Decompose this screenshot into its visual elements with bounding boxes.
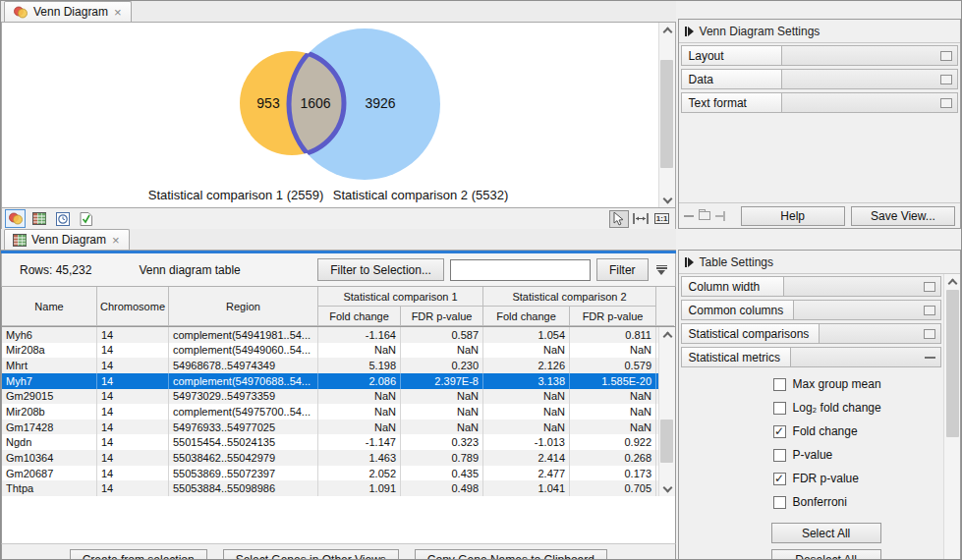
expand-box-icon[interactable]	[940, 75, 952, 84]
settings-section-layout[interactable]: Layout	[681, 45, 958, 66]
venn-diagram-svg[interactable]: 953 1606 3926 Statistical comparison 1 (…	[2, 23, 641, 205]
table-row[interactable]: Ngdn1455015454..55024135-1.1470.323-1.01…	[2, 434, 658, 450]
metric-bonferroni[interactable]: Bonferroni	[773, 495, 942, 509]
close-icon[interactable]: ×	[111, 234, 121, 247]
scroll-down-icon[interactable]	[658, 192, 675, 207]
venn-set2-count: 3926	[365, 95, 395, 111]
close-icon[interactable]: ×	[113, 6, 123, 19]
table-row[interactable]: Mir208a14complement(54949060..54...NaNNa…	[2, 343, 658, 359]
group-header-comparison-2[interactable]: Statistical comparison 2	[483, 287, 656, 307]
table-row[interactable]: Thtpa1455053884..550989861.0910.4981.041…	[2, 480, 658, 496]
history-view-icon[interactable]	[52, 209, 73, 228]
venn-diagram-icon	[13, 6, 28, 19]
table-row[interactable]: Myh614complement(54941981..54...-1.1640.…	[2, 327, 658, 343]
venn-settings-column: Venn Diagram Settings Layout Data Text f…	[678, 1, 961, 229]
venn-vertical-scrollbar[interactable]	[658, 23, 675, 207]
scroll-down-icon[interactable]	[944, 555, 961, 560]
table-header: Name Chromosome Region Statistical compa…	[2, 287, 675, 327]
scroll-up-icon[interactable]	[658, 327, 675, 343]
scroll-thumb[interactable]	[946, 290, 959, 437]
settings-section-common-columns[interactable]: Common columns	[681, 300, 941, 320]
column-header-chromosome[interactable]: Chromosome	[97, 287, 169, 326]
select-genes-other-views-button[interactable]: Select Genes in Other Views	[223, 549, 399, 560]
checkbox[interactable]	[773, 496, 786, 509]
save-view-button[interactable]: Save View...	[851, 206, 955, 226]
collapse-box-icon[interactable]	[925, 357, 935, 359]
tab-venn-diagram-table[interactable]: Venn Diagram ×	[4, 229, 130, 250]
scroll-thumb[interactable]	[660, 420, 673, 463]
settings-section-statistical-comparisons[interactable]: Statistical comparisons	[681, 323, 941, 344]
settings-vertical-scrollbar[interactable]	[943, 274, 960, 560]
table-view-tab-bar: Venn Diagram ×	[1, 229, 676, 251]
table-row[interactable]: Gm206871455053869..550723972.0520.4352.4…	[2, 466, 658, 481]
dock-icon	[715, 211, 725, 221]
application-window: Venn Diagram × 953	[0, 0, 962, 560]
checkbox[interactable]	[773, 449, 786, 462]
expand-box-icon[interactable]	[940, 51, 952, 61]
fit-width-tool[interactable]	[631, 210, 651, 228]
create-from-selection-button[interactable]: Create from selection	[70, 549, 207, 560]
copy-gene-names-button[interactable]: Copy Gene Names to Clipboard	[415, 549, 607, 560]
help-button[interactable]: Help	[741, 206, 845, 226]
table-action-bar: Create from selection Select Genes in Ot…	[1, 543, 676, 560]
advanced-filter-icon[interactable]	[656, 265, 667, 275]
scroll-down-icon[interactable]	[658, 480, 675, 496]
table-vertical-scrollbar[interactable]	[658, 327, 675, 496]
expand-box-icon[interactable]	[924, 329, 935, 339]
zoom-100-tool[interactable]: 1:1	[652, 210, 672, 228]
column-header-region[interactable]: Region	[169, 287, 318, 326]
tab-venn-diagram[interactable]: Venn Diagram ×	[4, 1, 132, 22]
section-label: Text format	[681, 92, 782, 113]
column-header-fold-change-1[interactable]: Fold change	[318, 307, 401, 326]
settings-section-text-format[interactable]: Text format	[681, 92, 958, 113]
scroll-thumb[interactable]	[660, 60, 673, 168]
scroll-up-icon[interactable]	[944, 274, 961, 290]
filter-input[interactable]	[450, 259, 591, 281]
table-body: Myh614complement(54941981..54...-1.1640.…	[2, 327, 658, 496]
checkbox[interactable]	[773, 378, 786, 391]
venn-view-icon[interactable]	[5, 209, 26, 228]
table-row[interactable]: Mhrt1454968678..549743495.1980.2302.1260…	[2, 358, 658, 373]
column-header-fold-change-2[interactable]: Fold change	[483, 307, 570, 326]
table-row[interactable]: Gm290151454973029..54973359NaNNaNNaNNaN	[2, 389, 658, 405]
collapse-all-icon[interactable]	[684, 215, 694, 217]
table-row-selected[interactable]: Myh714complement(54970688..54...2.0862.3…	[2, 373, 658, 389]
table-row[interactable]: Mir208b14complement(54975700..54...NaNNa…	[2, 404, 658, 420]
expand-box-icon[interactable]	[940, 98, 952, 108]
checkbox[interactable]	[773, 425, 786, 438]
column-header-fdr-p-value-1[interactable]: FDR p-value	[401, 307, 483, 326]
expand-box-icon[interactable]	[924, 306, 935, 315]
metric-fold-change[interactable]: Fold change	[773, 424, 942, 438]
checkbox[interactable]	[773, 473, 786, 485]
select-all-button[interactable]: Select All	[771, 523, 881, 543]
element-info-view-icon[interactable]	[76, 209, 96, 228]
panel-title: Table Settings	[700, 255, 773, 269]
column-header-fdr-p-value-2[interactable]: FDR p-value	[570, 307, 656, 326]
expand-box-icon[interactable]	[924, 282, 935, 292]
table-row[interactable]: Gm174281454976933..54977025NaNNaNNaNNaN	[2, 420, 658, 435]
deselect-all-button[interactable]: Deselect All	[771, 549, 881, 560]
table-row[interactable]: Gm103641455038462..550429791.4630.7892.4…	[2, 450, 658, 466]
metric-fdr-p-value[interactable]: FDR p-value	[773, 472, 942, 485]
venn-settings-panel: Venn Diagram Settings Layout Data Text f…	[678, 19, 961, 229]
pointer-tool[interactable]	[609, 210, 629, 228]
settings-section-statistical-metrics[interactable]: Statistical metrics	[681, 347, 941, 367]
table-settings-header[interactable]: Table Settings	[679, 251, 960, 274]
table-view-icon[interactable]	[28, 209, 49, 228]
group-header-comparison-1[interactable]: Statistical comparison 1	[318, 287, 483, 307]
venn-settings-header[interactable]: Venn Diagram Settings	[679, 20, 960, 43]
bottom-section: Venn Diagram × Rows: 45,232 Venn diagram…	[1, 229, 961, 560]
metric-p-value[interactable]: P-value	[773, 448, 942, 462]
section-label: Common columns	[681, 300, 795, 320]
tab-label: Venn Diagram	[31, 233, 106, 247]
metric-max-group-mean[interactable]: Max group mean	[773, 377, 942, 391]
settings-section-data[interactable]: Data	[681, 69, 958, 89]
filter-to-selection-button[interactable]: Filter to Selection...	[317, 258, 444, 281]
folder-icon[interactable]	[699, 211, 710, 220]
metric-log2-fold-change[interactable]: Log₂ fold change	[773, 401, 942, 415]
scroll-up-icon[interactable]	[658, 23, 675, 38]
column-header-name[interactable]: Name	[2, 287, 97, 326]
checkbox[interactable]	[773, 402, 786, 415]
filter-button[interactable]: Filter	[596, 258, 649, 281]
settings-section-column-width[interactable]: Column width	[681, 276, 941, 297]
